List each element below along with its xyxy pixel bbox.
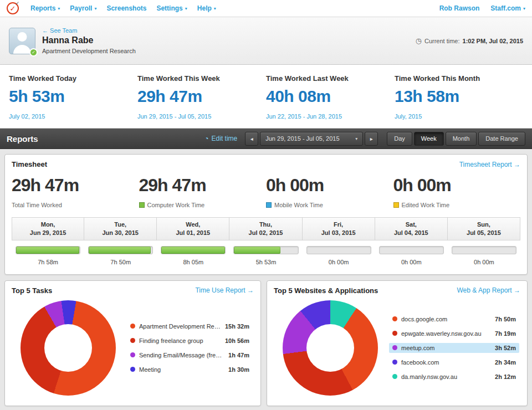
timesheet-report-link[interactable]: Timesheet Report → (459, 161, 520, 168)
legend-label: docs.google.com (401, 316, 490, 322)
legend-item-highlighted[interactable]: meetup.com 3h 52m (389, 343, 519, 353)
view-day-button[interactable]: Day (387, 132, 412, 146)
nav-reports[interactable]: Reports ▾ (25, 4, 65, 12)
time-use-report-link[interactable]: Time Use Report → (195, 286, 254, 294)
current-user-link[interactable]: Rob Rawson (439, 4, 480, 12)
progress-track (379, 246, 444, 254)
legend-label: epwgate.waverley.nsw.gov.au (401, 330, 490, 337)
reports-title: Reports (7, 134, 38, 144)
stat-this-month: Time Worked This Month 13h 58m July, 201… (395, 74, 523, 128)
current-time: ◷ Current time: 1:02 PM, Jul 02, 2015 (416, 37, 523, 45)
caret-down-icon: ▾ (58, 6, 60, 11)
top-tasks-card: Top 5 Tasks Time Use Report → Apartment … (4, 280, 261, 406)
web-app-report-link[interactable]: Web & App Report → (457, 286, 520, 294)
caret-down-icon: ▾ (523, 6, 525, 11)
computer-work-time: 29h 47m Computer Work Time (139, 175, 267, 208)
legend-dot (392, 345, 397, 350)
nav-payroll[interactable]: Payroll ▾ (65, 4, 101, 12)
stat-label: Time Worked This Week (137, 74, 266, 83)
legend-dot (130, 338, 135, 343)
user-info: ← See Team Hanna Rabe Apartment Developm… (42, 27, 136, 54)
prev-period-button[interactable]: ◂ (245, 132, 258, 146)
nav-screenshots[interactable]: Screenshots (101, 4, 151, 12)
week-table: Mon,Jun 29, 2015 Tue,Jun 30, 2015 Wed,Ju… (12, 217, 520, 272)
legend-item[interactable]: Sending Email/Message (freel… 1h 47m (127, 350, 253, 360)
websites-donut-chart[interactable] (283, 300, 378, 396)
edit-time-label: Edit time (212, 135, 238, 142)
stat-label: Time Worked Today (9, 74, 137, 83)
mobile-work-time: 0h 00m Mobile Work Time (266, 175, 393, 208)
arrow-right-icon: ▸ (370, 136, 373, 142)
day-header: Fri,Jul 03, 2015 (303, 217, 375, 240)
legend-value: 7h 19m (495, 330, 516, 337)
timesheet-card: Timesheet Timesheet Report → 29h 47m Tot… (4, 154, 528, 275)
day-time: 0h 00m (375, 256, 448, 272)
mobile-time-legend-swatch (266, 202, 272, 208)
nav-help[interactable]: Help ▾ (192, 4, 221, 12)
progress-track (452, 246, 516, 254)
total-label: Total Time Worked (12, 202, 62, 208)
legend-value: 1h 30m (228, 366, 249, 373)
legend-item[interactable]: Apartment Development Rese… 15h 32m (127, 321, 253, 331)
stat-label: Time Worked This Month (395, 74, 523, 83)
legend-item[interactable]: Meeting 1h 30m (127, 365, 253, 375)
legend-dot (130, 324, 135, 329)
nav-payroll-label: Payroll (70, 4, 92, 12)
stat-value: 5h 53m (9, 87, 137, 106)
legend-value: 2h 12m (495, 373, 516, 380)
day-time: 0h 00m (303, 256, 375, 272)
view-week-button[interactable]: Week (414, 132, 444, 146)
clock-icon: ◔ (204, 135, 208, 142)
websites-chart-body: docs.google.com 7h 50m epwgate.waverley.… (267, 299, 527, 406)
top-tasks-title: Top 5 Tasks (12, 286, 52, 295)
staff-logo[interactable]: ✓ ✓ (7, 2, 19, 14)
edit-time-button[interactable]: ◔ Edit time (204, 135, 237, 142)
legend-label: Finding freelance group (139, 337, 221, 344)
content: Timesheet Timesheet Report → 29h 47m Tot… (0, 149, 532, 410)
avatar-person-icon (13, 45, 31, 54)
legend-dot (392, 331, 397, 336)
legend-value: 3h 52m (495, 345, 516, 351)
legend-dot (392, 316, 397, 321)
total-value: 0h 00m (266, 175, 393, 196)
next-period-button[interactable]: ▸ (365, 132, 378, 146)
bottom-cards: Top 5 Tasks Time Use Report → Apartment … (4, 280, 528, 406)
stat-today: Time Worked Today 5h 53m July 02, 2015 (9, 74, 137, 128)
tasks-legend: Apartment Development Rese… 15h 32m Find… (127, 321, 253, 375)
legend-dot (130, 352, 135, 357)
legend-label: facebook.com (401, 359, 490, 366)
view-date-range-button[interactable]: Date Range (478, 132, 525, 146)
site-menu[interactable]: Staff.com ▾ (490, 4, 525, 12)
date-range-select[interactable]: Jun 29, 2015 - Jul 05, 2015 ▾ (260, 132, 363, 146)
legend-item[interactable]: epwgate.waverley.nsw.gov.au 7h 19m (389, 329, 519, 339)
see-team-link[interactable]: ← See Team (42, 27, 136, 34)
stat-value: 40h 08m (266, 87, 395, 106)
view-month-button[interactable]: Month (446, 132, 477, 146)
legend-item[interactable]: Finding freelance group 10h 56m (127, 336, 253, 346)
total-label: Computer Work Time (147, 202, 205, 208)
total-label: Mobile Work Time (274, 202, 323, 208)
legend-item[interactable]: da.manly.nsw.gov.au 2h 12m (389, 372, 519, 382)
clock-icon: ◷ (416, 37, 422, 45)
legend-item[interactable]: facebook.com 2h 34m (389, 357, 519, 367)
progress-track (16, 246, 80, 254)
day-time: 0h 00m (448, 256, 520, 272)
progress-fill (89, 247, 151, 254)
avatar-person-icon (18, 32, 27, 42)
stat-value: 29h 47m (137, 87, 266, 106)
tasks-donut-chart[interactable] (21, 300, 116, 396)
topbar-right: Rob Rawson Staff.com ▾ (439, 4, 525, 12)
legend-item[interactable]: docs.google.com 7h 50m (389, 314, 519, 324)
legend-label: Meeting (139, 366, 224, 373)
day-header: Sun,Jul 05, 2015 (448, 217, 520, 240)
caret-down-icon: ▾ (355, 136, 357, 141)
day-progress (229, 240, 302, 256)
user-header: ✓ ← See Team Hanna Rabe Apartment Develo… (0, 17, 532, 65)
logo-tick-icon: ✓ (15, 1, 19, 6)
total-time-worked: 29h 47m Total Time Worked (12, 175, 139, 208)
nav-settings[interactable]: Settings ▾ (151, 4, 192, 12)
legend-value: 10h 56m (225, 337, 249, 344)
total-value: 29h 47m (12, 175, 139, 196)
stat-period: Jun 22, 2015 - Jun 28, 2015 (266, 113, 395, 120)
view-switcher: Day Week Month Date Range (387, 132, 525, 146)
